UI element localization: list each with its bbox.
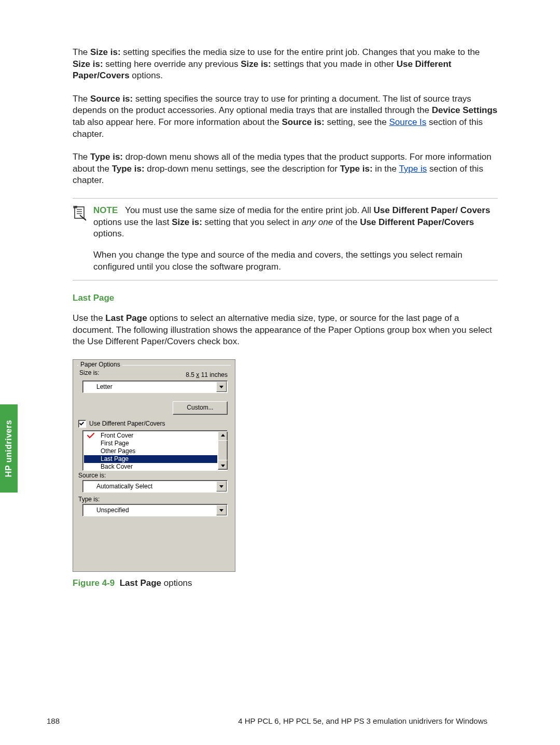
paper-options-panel: Paper Options Size is: 8.5 x 11 inches L… [73, 359, 235, 572]
source-is-label: Source is: [78, 472, 106, 479]
paragraph-source-is: The Source is: setting specifies the sou… [73, 93, 498, 140]
paragraph-last-page-intro: Use the Last Page options to select an a… [73, 313, 498, 348]
svg-rect-0 [75, 207, 84, 218]
use-different-paper-checkbox[interactable]: Use Different Paper/Covers [78, 420, 165, 428]
footer-chapter-title: 4 HP PCL 6, HP PCL 5e, and HP PS 3 emula… [238, 716, 487, 725]
list-item-front-cover[interactable]: Front Cover [84, 432, 217, 440]
link-type-is[interactable]: Type is [399, 164, 427, 174]
note-block: NOTE You must use the same size of media… [73, 198, 498, 280]
size-is-value: Letter [84, 382, 217, 391]
type-is-dropdown[interactable]: Unspecified [82, 504, 228, 516]
type-is-value: Unspecified [84, 505, 217, 515]
note-paragraph-2: When you change the type and source of t… [93, 249, 498, 273]
side-tab-label: HP unidrivers [4, 420, 13, 477]
link-source-is[interactable]: Source Is [389, 117, 426, 127]
scroll-down-icon[interactable] [218, 460, 228, 470]
source-is-value: Automatically Select [84, 482, 217, 491]
heading-last-page: Last Page [73, 293, 498, 303]
size-is-label: Size is: [79, 369, 100, 376]
use-different-paper-label: Use Different Paper/Covers [89, 420, 165, 427]
list-item-first-page[interactable]: First Page [84, 440, 217, 447]
page-footer: 188 4 HP PCL 6, HP PCL 5e, and HP PS 3 e… [47, 716, 487, 725]
paper-options-legend: Paper Options [78, 361, 122, 368]
chevron-down-icon[interactable] [216, 505, 227, 515]
source-is-dropdown[interactable]: Automatically Select [82, 480, 228, 493]
paragraph-type-is: The Type is: drop-down menu shows all of… [73, 151, 498, 187]
scrollbar[interactable] [218, 431, 227, 470]
list-item-back-cover[interactable]: Back Cover [84, 463, 217, 469]
side-tab: HP unidrivers [0, 404, 18, 493]
type-is-label: Type is: [78, 496, 100, 503]
size-is-dropdown[interactable]: Letter [82, 381, 228, 393]
page-number: 188 [47, 716, 60, 725]
checkbox-icon [78, 420, 86, 428]
chevron-down-icon[interactable] [216, 481, 227, 491]
paragraph-size-is: The Size is: setting specifies the media… [73, 47, 498, 82]
paper-covers-listbox[interactable]: Front Cover First Page Other Pages Last … [82, 430, 228, 471]
custom-button[interactable]: Custom... [173, 401, 228, 415]
figure-caption: Figure 4-9 Last Page options [73, 578, 498, 588]
list-item-last-page[interactable]: Last Page [84, 455, 217, 463]
note-label: NOTE [93, 205, 118, 215]
list-item-other-pages[interactable]: Other Pages [84, 447, 217, 455]
size-dimensions: 8.5 x 11 inches [186, 371, 228, 378]
chevron-down-icon[interactable] [216, 382, 227, 392]
check-icon [87, 433, 93, 438]
note-icon [73, 214, 87, 223]
